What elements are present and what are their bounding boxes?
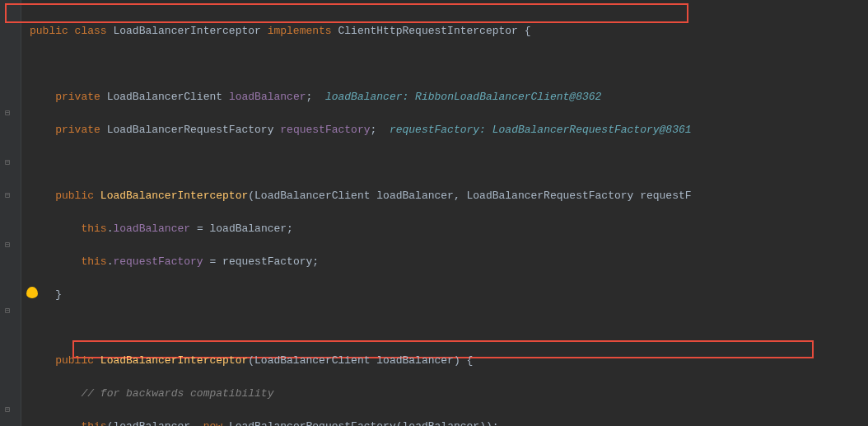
code-line[interactable]	[30, 56, 868, 73]
code-line[interactable]: }	[30, 287, 868, 303]
code-line[interactable]: private LoadBalancerClient loadBalancer;…	[30, 89, 868, 105]
code-line[interactable]	[30, 320, 868, 336]
code-line[interactable]: this(loadBalancer, new LoadBalancerReque…	[30, 419, 868, 426]
code-line[interactable]: public LoadBalancerInterceptor(LoadBalan…	[30, 353, 868, 369]
code-line[interactable]: private LoadBalancerRequestFactory reque…	[30, 122, 868, 138]
code-editor[interactable]: public class LoadBalancerInterceptor imp…	[0, 0, 868, 426]
debug-inline-value: loadBalancer: RibbonLoadBalancerClient@8…	[325, 91, 601, 103]
code-line[interactable]: this.requestFactory = requestFactory;	[30, 254, 868, 270]
code-line[interactable]	[30, 155, 868, 171]
code-line[interactable]: // for backwards compatibility	[30, 386, 868, 402]
code-area[interactable]: public class LoadBalancerInterceptor imp…	[30, 7, 868, 426]
debug-inline-value: requestFactory: LoadBalancerRequestFacto…	[390, 124, 692, 136]
code-line[interactable]: public class LoadBalancerInterceptor imp…	[30, 23, 868, 40]
code-line[interactable]: public LoadBalancerInterceptor(LoadBalan…	[30, 188, 868, 204]
code-line[interactable]: this.loadBalancer = loadBalancer;	[30, 221, 868, 237]
